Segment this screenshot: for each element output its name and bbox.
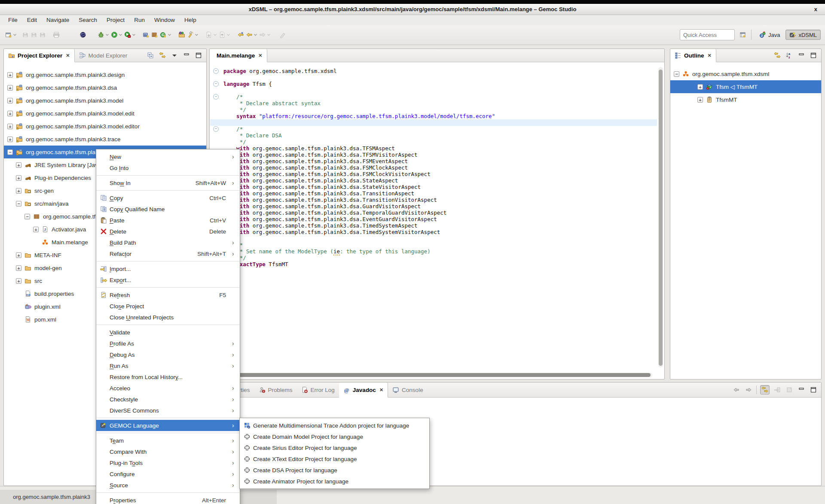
maximize-button[interactable] [809,386,818,394]
tab-outline[interactable]: Outline✕ [670,49,716,62]
expand-expander-icon[interactable]: + [7,98,13,103]
gemoc-submenu-create-domain-model-project-for-language[interactable]: Create Domain Model Project for language [240,431,429,442]
back-history-button[interactable] [245,30,258,39]
expand-expander-icon[interactable]: + [16,252,21,258]
tab-console[interactable]: Console [388,383,428,397]
new-wizard-button[interactable] [4,30,18,39]
link-editor-button[interactable] [158,51,167,60]
menu-file[interactable]: File [3,16,22,24]
close-icon[interactable]: ✕ [708,53,712,58]
close-icon[interactable]: ✕ [66,53,70,58]
chevron-down-icon[interactable] [213,33,217,36]
maximize-button[interactable] [659,55,661,56]
expand-expander-icon[interactable]: + [16,278,21,284]
melange-source-editor[interactable]: −package org.gemoc.sample.tfsm.xdsml−lan… [210,62,657,372]
menu-project[interactable]: Project [102,16,129,24]
sort-az-button[interactable]: az [785,51,794,60]
collapse-expander-icon[interactable]: − [24,214,30,219]
tab-main-melange[interactable]: Main.melange ✕ [210,49,267,62]
context-menu-debug-as[interactable]: Debug As› [96,349,240,360]
expand-expander-icon[interactable]: + [7,85,13,91]
context-menu-checkstyle[interactable]: Checkstyle› [96,394,240,405]
open-plugin-artifact-button[interactable] [177,30,186,39]
minimize-button[interactable] [654,55,656,56]
chevron-down-icon[interactable] [13,33,17,36]
tree-item-org-gemoc-sample-tfsm-plaink3-dsa[interactable]: +!org.gemoc.sample.tfsm.plaink3.dsa [4,81,206,94]
menu-run[interactable]: Run [129,16,150,24]
context-menu-copy-qualified-name[interactable]: Copy Qualified Name [96,203,240,215]
maximize-button[interactable] [194,51,203,60]
tab-problems[interactable]: Problems [254,383,297,397]
expand-expander-icon[interactable]: + [16,265,21,271]
editor-vertical-scrollbar[interactable] [658,67,663,367]
editor-horizontal-scrollbar[interactable] [238,373,652,377]
expand-expander-icon[interactable]: + [697,84,703,90]
context-menu-acceleo[interactable]: Acceleo› [96,383,240,394]
expand-expander-icon[interactable]: + [7,111,13,116]
fold-collapse-icon[interactable]: − [210,68,221,74]
menu-window[interactable]: Window [150,16,180,24]
menu-navigate[interactable]: Navigate [42,16,74,24]
minimize-button[interactable] [797,386,806,394]
tab-error-log[interactable]: Error Log [297,383,339,397]
minimize-button[interactable] [182,51,191,60]
context-menu-refresh[interactable]: RefreshF5 [96,289,240,301]
external-tools-button[interactable] [123,30,137,39]
fold-collapse-icon[interactable]: − [210,126,221,132]
context-menu-gemoc-language[interactable]: GEMOC Language› [96,420,240,431]
context-menu-source[interactable]: Source› [96,480,240,491]
context-menu-team[interactable]: Team› [96,435,240,446]
context-menu-validate[interactable]: Validate [96,327,240,338]
context-menu-configure[interactable]: Configure› [96,468,240,480]
outline-tree[interactable]: −org.gemoc.sample.tfsm.xdsml+Tfsm ◁ Tfsm… [670,62,821,106]
tree-item-org-gemoc-sample-tfsm-plaink3-model-edit[interactable]: +!org.gemoc.sample.tfsm.plaink3.model.ed… [4,120,206,133]
context-menu-refactor[interactable]: RefactorShift+Alt+T› [96,248,240,259]
new-language-project-button[interactable]: Gr [142,30,150,39]
context-menu-diverse-commons[interactable]: DiverSE Commons› [96,405,240,416]
context-menu-close-unrelated-projects[interactable]: Close Unrelated Projects [96,312,240,323]
context-menu-profile-as[interactable]: Profile As› [96,338,240,349]
tree-item-tfsm-tfsmmt[interactable]: +Tfsm ◁ TfsmMT [670,80,821,93]
menu-edit[interactable]: Edit [22,16,42,24]
collapse-expander-icon[interactable]: − [7,149,13,155]
menu-search[interactable]: Search [74,16,102,24]
minimize-button[interactable] [797,51,806,60]
link-editor-button[interactable] [773,51,782,60]
web-browser-button[interactable] [79,30,87,39]
chevron-down-icon[interactable] [267,33,271,36]
context-menu-close-project[interactable]: Close Project [96,301,240,312]
tree-item-org-gemoc-sample-tfsm-xdsml[interactable]: −org.gemoc.sample.tfsm.xdsml [670,67,821,80]
menu-help[interactable]: Help [180,16,201,24]
expand-expander-icon[interactable]: + [33,227,39,232]
new-class-wizard-button[interactable]: G [159,30,172,39]
context-menu-restore-from-local-history[interactable]: Restore from Local History... [96,371,240,383]
context-menu-export[interactable]: Export... [96,274,240,285]
context-menu-show-in[interactable]: Show InShift+Alt+W› [96,177,240,188]
quick-access-input[interactable] [680,29,735,40]
tab-javadoc[interactable]: @Javadoc✕ [339,383,388,398]
expand-expander-icon[interactable]: + [7,72,13,78]
tree-item-org-gemoc-sample-tfsm-plaink3-model-edit[interactable]: +!org.gemoc.sample.tfsm.plaink3.model.ed… [4,107,206,120]
context-menu-new[interactable]: New› [96,151,240,162]
expand-expander-icon[interactable]: + [7,137,13,142]
gemoc-submenu-create-animator-project-for-language[interactable]: Create Animator Project for language [240,476,429,487]
gemoc-submenu-create-dsa-project-for-language[interactable]: Create DSA Project for language [240,465,429,476]
chevron-down-icon[interactable] [132,33,136,36]
expand-expander-icon[interactable]: + [7,124,13,129]
expand-expander-icon[interactable]: + [697,97,703,103]
context-menu-plug-in-tools[interactable]: Plug-in Tools› [96,457,240,468]
context-menu-build-path[interactable]: Build Path› [96,237,240,248]
perspective-xdsml[interactable]: xDSML [785,30,821,40]
collapse-expander-icon[interactable]: − [674,71,679,77]
tree-item-org-gemoc-sample-tfsm-plaink3-design[interactable]: +!org.gemoc.sample.tfsm.plaink3.design [4,68,206,81]
close-icon[interactable]: ✕ [258,53,262,58]
chevron-down-icon[interactable] [195,33,199,36]
gemoc-submenu-create-sirius-editor-project-for-language[interactable]: Create Sirius Editor Project for languag… [240,442,429,453]
open-perspective-button[interactable] [739,30,747,39]
collapse-expander-icon[interactable]: − [16,201,21,206]
tree-item-org-gemoc-sample-tfsm-plaink3-model[interactable]: +!org.gemoc.sample.tfsm.plaink3.model [4,94,206,107]
close-icon[interactable]: ✕ [379,387,383,393]
maximize-button[interactable] [809,51,818,60]
run-button[interactable] [110,30,123,39]
context-menu-compare-with[interactable]: Compare With› [96,446,240,457]
